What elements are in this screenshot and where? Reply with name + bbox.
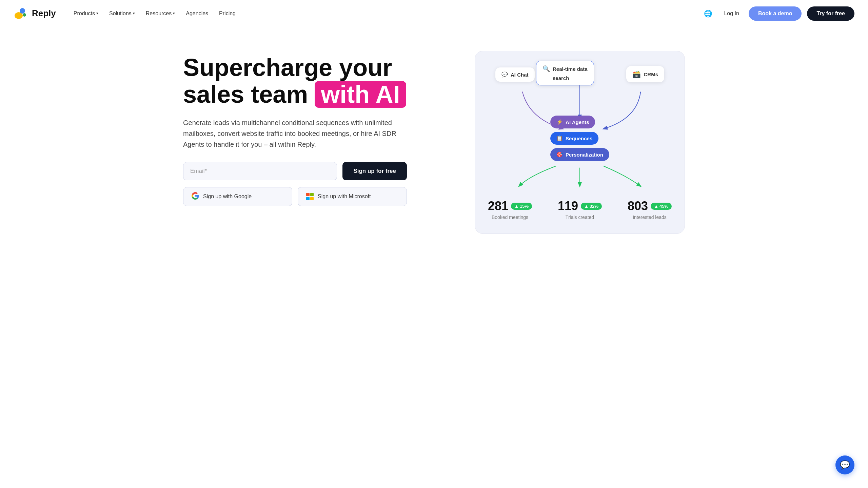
chevron-down-icon: ▾ (96, 11, 98, 16)
chevron-down-icon: ▾ (133, 11, 135, 16)
chat-support-button[interactable]: 💬 (835, 455, 854, 474)
microsoft-signup-button[interactable]: Sign up with Microsoft (298, 187, 407, 206)
google-signup-button[interactable]: Sign up with Google (183, 187, 292, 206)
personalization-icon: 🎯 (556, 151, 563, 158)
hero-left: Supercharge your sales team with AI Gene… (183, 47, 407, 206)
stat-trials-created: 119 ▲ 32% Trials created (558, 199, 602, 220)
try-free-button[interactable]: Try for free (807, 6, 854, 21)
nav-left: Reply Products ▾ Solutions ▾ Resources ▾… (14, 6, 240, 21)
google-icon (192, 192, 199, 201)
robot-icon: ⚡ (556, 119, 563, 125)
nav-agencies[interactable]: Agencies (182, 8, 212, 19)
stat-badge-2: ▲ 32% (581, 203, 602, 210)
main-content: Supercharge your sales team with AI Gene… (163, 27, 705, 488)
hero-highlight: with AI (315, 81, 406, 108)
hero-right: 💬 AI Chat 🔍 Real-time data search 🗃️ CRM… (407, 47, 685, 234)
social-row: Sign up with Google Sign up with Microso… (183, 187, 407, 206)
sequences-badge: 📋 Sequences (550, 132, 598, 145)
stat-interested-leads: 803 ▲ 45% Interested leads (628, 199, 672, 220)
email-input[interactable] (183, 162, 337, 180)
stat-badge-1: ▲ 15% (511, 203, 532, 210)
stats-row: 281 ▲ 15% Booked meetings 119 ▲ 32% (475, 199, 685, 220)
svg-point-2 (20, 8, 25, 14)
personalization-badge: 🎯 Personalization (550, 148, 609, 161)
ai-agents-badge: ⚡ AI Agents (550, 116, 595, 128)
hero-description: Generate leads via multichannel conditio… (183, 117, 407, 150)
nav-resources[interactable]: Resources ▾ (142, 8, 179, 19)
chat-icon: 💬 (501, 72, 508, 78)
logo-text: Reply (32, 8, 56, 19)
hero-title: Supercharge your sales team with AI (183, 54, 407, 108)
language-button[interactable]: 🌐 (702, 7, 714, 20)
navbar: Reply Products ▾ Solutions ▾ Resources ▾… (0, 0, 868, 27)
signup-free-button[interactable]: Sign up for free (342, 162, 407, 180)
svg-point-3 (23, 13, 26, 17)
chevron-down-icon: ▾ (173, 11, 175, 16)
search-icon: 🔍 (542, 65, 550, 73)
book-demo-button[interactable]: Book a demo (749, 6, 802, 21)
stat-booked-meetings: 281 ▲ 15% Booked meetings (488, 199, 532, 220)
login-button[interactable]: Log In (720, 8, 743, 19)
crm-icon: 🗃️ (632, 70, 641, 78)
microsoft-icon (306, 193, 314, 200)
stat-badge-3: ▲ 45% (651, 203, 672, 210)
nav-right: 🌐 Log In Book a demo Try for free (702, 6, 854, 21)
nav-pricing[interactable]: Pricing (215, 8, 240, 19)
crm-node: 🗃️ CRMs (626, 66, 664, 82)
diagram: 💬 AI Chat 🔍 Real-time data search 🗃️ CRM… (475, 51, 685, 234)
logo[interactable]: Reply (14, 6, 56, 21)
chat-float-icon: 💬 (840, 460, 850, 470)
nav-solutions[interactable]: Solutions ▾ (105, 8, 139, 19)
nav-links: Products ▾ Solutions ▾ Resources ▾ Agenc… (70, 8, 240, 19)
center-badges: ⚡ AI Agents 📋 Sequences 🎯 Personalizatio… (550, 116, 609, 161)
sequences-icon: 📋 (556, 135, 563, 141)
email-row: Sign up for free (183, 162, 407, 180)
ai-chat-node: 💬 AI Chat (495, 67, 535, 82)
realtime-node: 🔍 Real-time data search (536, 61, 594, 85)
nav-products[interactable]: Products ▾ (70, 8, 102, 19)
logo-icon (14, 6, 28, 21)
